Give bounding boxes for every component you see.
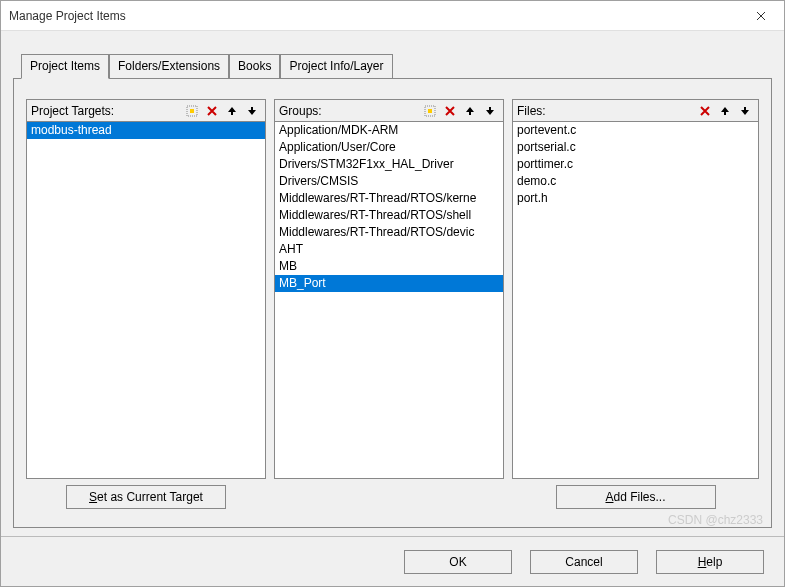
files-move-up-icon[interactable] xyxy=(716,102,734,120)
files-header: Files: xyxy=(512,99,759,121)
manage-items-dialog: Manage Project Items Project Items Folde… xyxy=(0,0,785,587)
files-footer: Add Files... xyxy=(512,479,759,515)
list-item[interactable]: Application/User/Core xyxy=(275,139,503,156)
close-button[interactable] xyxy=(738,1,784,31)
targets-move-up-icon[interactable] xyxy=(223,102,241,120)
tab-project-items[interactable]: Project Items xyxy=(21,54,109,79)
svg-rect-1 xyxy=(190,109,194,113)
targets-column: Project Targets: modbus-thread Set as Cu… xyxy=(26,99,266,515)
add-files-button[interactable]: Add Files... xyxy=(556,485,716,509)
list-item[interactable]: port.h xyxy=(513,190,758,207)
tab-books[interactable]: Books xyxy=(229,54,280,79)
groups-move-up-icon[interactable] xyxy=(461,102,479,120)
files-toolbar xyxy=(696,102,754,120)
list-item[interactable]: AHT xyxy=(275,241,503,258)
svg-rect-3 xyxy=(428,109,432,113)
files-listbox[interactable]: portevent.c portserial.c porttimer.c dem… xyxy=(512,121,759,479)
targets-new-icon[interactable] xyxy=(183,102,201,120)
list-item[interactable]: MB_Port xyxy=(275,275,503,292)
list-item[interactable]: Middlewares/RT-Thread/RTOS/devic xyxy=(275,224,503,241)
help-button[interactable]: Help xyxy=(656,550,764,574)
groups-move-down-icon[interactable] xyxy=(481,102,499,120)
cancel-button[interactable]: Cancel xyxy=(530,550,638,574)
groups-label: Groups: xyxy=(279,104,322,118)
targets-delete-icon[interactable] xyxy=(203,102,221,120)
set-current-target-button[interactable]: Set as Current Target xyxy=(66,485,226,509)
groups-column: Groups: Application/MDK-ARM Application/… xyxy=(274,99,504,515)
list-item[interactable]: Middlewares/RT-Thread/RTOS/kerne xyxy=(275,190,503,207)
groups-delete-icon[interactable] xyxy=(441,102,459,120)
files-column: Files: portevent.c portserial.c porttime… xyxy=(512,99,759,515)
targets-header: Project Targets: xyxy=(26,99,266,121)
dialog-buttons: OK Cancel Help xyxy=(1,536,784,586)
ok-button[interactable]: OK xyxy=(404,550,512,574)
list-item[interactable]: porttimer.c xyxy=(513,156,758,173)
titlebar: Manage Project Items xyxy=(1,1,784,31)
targets-move-down-icon[interactable] xyxy=(243,102,261,120)
columns-area: Project Targets: modbus-thread Set as Cu… xyxy=(26,99,759,515)
list-item[interactable]: portevent.c xyxy=(513,122,758,139)
window-title: Manage Project Items xyxy=(9,9,126,23)
groups-listbox[interactable]: Application/MDK-ARM Application/User/Cor… xyxy=(274,121,504,479)
tab-bar: Project Items Folders/Extensions Books P… xyxy=(21,53,784,78)
files-delete-icon[interactable] xyxy=(696,102,714,120)
list-item[interactable]: Drivers/CMSIS xyxy=(275,173,503,190)
targets-toolbar xyxy=(183,102,261,120)
list-item[interactable]: MB xyxy=(275,258,503,275)
list-item[interactable]: modbus-thread xyxy=(27,122,265,139)
list-item[interactable]: Drivers/STM32F1xx_HAL_Driver xyxy=(275,156,503,173)
targets-listbox[interactable]: modbus-thread xyxy=(26,121,266,479)
groups-footer xyxy=(274,479,504,515)
tab-content: Project Targets: modbus-thread Set as Cu… xyxy=(13,78,772,528)
list-item[interactable]: portserial.c xyxy=(513,139,758,156)
targets-footer: Set as Current Target xyxy=(26,479,266,515)
files-label: Files: xyxy=(517,104,546,118)
groups-header: Groups: xyxy=(274,99,504,121)
list-item[interactable]: Application/MDK-ARM xyxy=(275,122,503,139)
targets-label: Project Targets: xyxy=(31,104,114,118)
list-item[interactable]: Middlewares/RT-Thread/RTOS/shell xyxy=(275,207,503,224)
groups-new-icon[interactable] xyxy=(421,102,439,120)
tab-folders-extensions[interactable]: Folders/Extensions xyxy=(109,54,229,79)
tab-project-info-layer[interactable]: Project Info/Layer xyxy=(280,54,392,79)
files-move-down-icon[interactable] xyxy=(736,102,754,120)
groups-toolbar xyxy=(421,102,499,120)
list-item[interactable]: demo.c xyxy=(513,173,758,190)
